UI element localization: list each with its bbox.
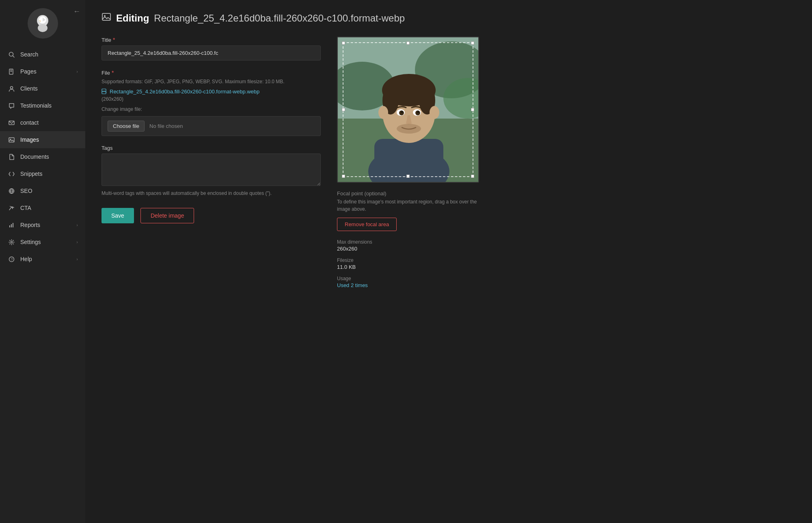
page-header-editing-label: Editing (116, 13, 149, 24)
change-image-label: Change image file: (102, 106, 321, 113)
meta-usage-value: Used 2 times (337, 282, 491, 288)
sidebar-item-seo[interactable]: SEO (0, 182, 85, 199)
page-header: Editing Rectangle_25_4.2e16d0ba.fill-260… (102, 12, 796, 24)
pages-icon (7, 67, 15, 76)
file-input-wrapper: Choose file No file chosen (102, 116, 321, 136)
sidebar-item-search[interactable]: Search (0, 46, 85, 63)
file-field-group: File * Supported formats: GIF, JPG, JPEG… (102, 69, 321, 136)
meta-usage: Usage Used 2 times (337, 276, 491, 288)
chevron-right-icon: › (76, 240, 78, 244)
file-label: File * (102, 69, 321, 76)
chevron-right-icon: › (76, 223, 78, 227)
sidebar-item-label: contact (20, 119, 78, 126)
remove-focal-area-button[interactable]: Remove focal area (337, 218, 397, 231)
svg-point-18 (11, 241, 12, 243)
images-icon (7, 136, 15, 144)
nav-list: Search Pages › Clients Testimonials co (0, 43, 85, 271)
svg-text:?: ? (11, 257, 13, 262)
focal-optional-label: (optional) (364, 190, 386, 197)
contact-icon (7, 119, 15, 127)
svg-rect-9 (10, 71, 12, 72)
svg-point-44 (417, 111, 419, 113)
sidebar-item-settings[interactable]: Settings › (0, 233, 85, 251)
tags-field-group: Tags Multi-word tags with spaces will au… (102, 145, 321, 197)
svg-point-10 (10, 86, 13, 89)
meta-max-dim-label: Max dimensions (337, 239, 491, 245)
meta-filesize-label: Filesize (337, 257, 491, 263)
required-indicator: * (113, 37, 115, 43)
current-file-link[interactable]: Rectangle_25_4.2e16d0ba.fill-260x260-c10… (102, 89, 321, 95)
title-label: Title * (102, 37, 321, 43)
image-preview (338, 37, 479, 183)
image-file-icon (102, 89, 107, 94)
tags-label: Tags (102, 145, 321, 151)
current-file-name: Rectangle_25_4.2e16d0ba.fill-260x260-c10… (110, 89, 259, 95)
meta-usage-label: Usage (337, 276, 491, 281)
no-file-chosen-label: No file chosen (149, 123, 183, 129)
reports-icon (7, 221, 15, 229)
title-input[interactable] (102, 45, 321, 61)
sidebar-item-label: Clients (20, 85, 78, 92)
delete-image-button[interactable]: Delete image (140, 208, 194, 223)
search-icon (7, 50, 15, 58)
sidebar-item-snippets[interactable]: Snippets (0, 165, 85, 182)
sidebar-item-documents[interactable]: Documents (0, 148, 85, 165)
choose-file-button[interactable]: Choose file (108, 121, 145, 132)
svg-rect-15 (9, 225, 10, 227)
sidebar-item-label: CTA (20, 205, 78, 211)
logo-area: ← (0, 0, 85, 43)
sidebar-item-testimonials[interactable]: Testimonials (0, 97, 85, 114)
sidebar-item-label: Pages (20, 68, 76, 75)
file-dimensions: (260x260) (102, 96, 321, 102)
chevron-right-icon: › (76, 69, 78, 74)
required-indicator: * (112, 69, 114, 76)
usage-link[interactable]: Used 2 times (337, 282, 368, 288)
focal-point-section: Focal point (optional) To define this im… (337, 190, 491, 231)
save-button[interactable]: Save (102, 208, 134, 223)
tags-input[interactable] (102, 153, 321, 186)
sidebar-item-clients[interactable]: Clients (0, 80, 85, 97)
settings-icon (7, 238, 15, 246)
chevron-right-icon: › (76, 257, 78, 262)
tags-hint: Multi-word tags with spaces will automat… (102, 190, 321, 197)
sidebar-item-label: Reports (20, 222, 76, 228)
svg-point-43 (401, 111, 403, 113)
seo-icon (7, 187, 15, 195)
meta-filesize-value: 11.0 KB (337, 264, 491, 270)
file-formats-hint: Supported formats: GIF, JPG, JPEG, PNG, … (102, 78, 321, 85)
sidebar-item-help[interactable]: ? Help › (0, 251, 85, 268)
image-panel: Focal point (optional) To define this im… (337, 37, 491, 294)
sidebar-item-cta[interactable]: CTA (0, 199, 85, 216)
sidebar-item-contact[interactable]: contact (0, 114, 85, 131)
sidebar-item-reports[interactable]: Reports › (0, 216, 85, 233)
svg-point-45 (397, 124, 421, 134)
cta-icon (7, 204, 15, 212)
focal-description: To define this image's most important re… (337, 198, 491, 213)
sidebar-item-label: Documents (20, 153, 78, 160)
content-grid: Title * File * Supported formats: GIF, J… (102, 37, 796, 294)
form-section: Title * File * Supported formats: GIF, J… (102, 37, 321, 223)
svg-rect-8 (10, 70, 12, 71)
page-header-icon (102, 12, 111, 24)
meta-max-dim-value: 260x260 (337, 246, 491, 252)
meta-filesize: Filesize 11.0 KB (337, 257, 491, 270)
sidebar-item-label: Search (20, 51, 78, 58)
sidebar-item-label: Settings (20, 239, 76, 245)
sidebar-item-label: Images (20, 136, 78, 143)
sidebar-item-images[interactable]: Images (0, 131, 85, 148)
action-buttons: Save Delete image (102, 208, 321, 223)
sidebar-item-pages[interactable]: Pages › (0, 63, 85, 80)
svg-rect-17 (13, 223, 13, 227)
sidebar-item-label: Snippets (20, 171, 78, 177)
logo-bird-icon (32, 13, 53, 34)
help-icon: ? (7, 255, 15, 263)
snippets-icon (7, 170, 15, 178)
svg-point-41 (399, 110, 404, 115)
sidebar-item-label: Testimonials (20, 102, 78, 109)
image-preview-container[interactable] (337, 37, 479, 183)
title-field-group: Title * (102, 37, 321, 61)
sidebar-collapse-button[interactable]: ← (73, 7, 80, 16)
documents-icon (7, 153, 15, 161)
svg-point-1 (38, 24, 48, 32)
sidebar-item-label: Help (20, 256, 76, 262)
